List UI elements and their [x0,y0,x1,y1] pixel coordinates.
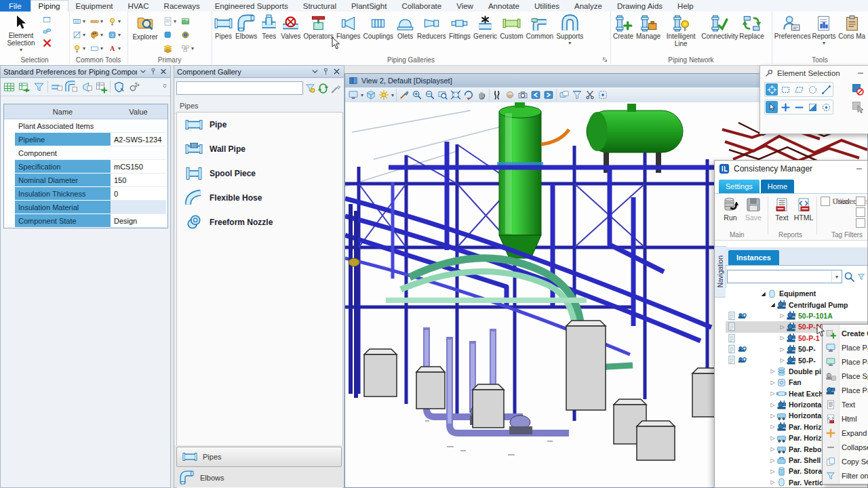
ribbon-tab[interactable]: Engineered Supports [208,0,296,12]
ribbon-tab[interactable]: Piping [31,0,68,12]
tree-expand-arrow[interactable] [769,413,776,419]
cm-checkbox-extra[interactable] [856,207,865,217]
subtract-selection-button[interactable] [793,101,805,113]
window-area-icon[interactable] [437,89,448,100]
tree-expand-arrow[interactable] [769,402,776,408]
zoom-out-icon[interactable] [425,89,435,100]
clip-volume-icon[interactable] [572,89,583,100]
chevron-down-icon[interactable] [311,67,319,76]
levels-icon[interactable] [163,30,173,40]
tree-expand-arrow[interactable] [769,446,776,452]
ribbon-tab[interactable]: HVAC [120,0,156,12]
ribbon-tab[interactable]: Analyze [567,0,610,12]
walk-icon[interactable] [492,89,502,100]
component-gallery-item[interactable]: Wall Pipe [177,137,342,161]
gallery-button[interactable]: Supports ▾ [555,14,585,47]
context-menu-item[interactable]: Place Spec [823,369,868,383]
group-collapse-arrow[interactable] [4,174,15,187]
cm-checkbox-extra[interactable] [856,218,865,228]
pref-row[interactable]: Nominal Diameter 150 [4,174,167,187]
ribbon-tab[interactable]: File [0,0,31,12]
minimize-icon[interactable] [855,165,863,173]
element-selection-title-bar[interactable]: Element Selection [760,66,868,81]
camera-icon[interactable] [517,89,528,100]
pref-value-cell[interactable]: Design [111,214,166,228]
tree-expand-arrow[interactable] [778,335,786,341]
fit-view-icon[interactable] [450,89,461,100]
instance-search-input[interactable] [728,272,831,281]
gutter-pump-pin-icon[interactable] [738,355,747,365]
apply-prefs-icon[interactable] [18,81,31,94]
pref-value-cell[interactable] [111,201,166,214]
element-selection-button[interactable]: Element Selection▾ [0,12,42,53]
tree-expand-arrow[interactable] [769,458,776,464]
tree-gutter[interactable] [727,310,757,321]
tab-instances[interactable]: Instances [728,250,779,265]
gallery-accordion-bar[interactable]: Elbows [174,468,344,487]
pref-row[interactable]: Component [4,146,167,160]
toolbar-overflow-icon[interactable] [161,82,168,92]
group-collapse-arrow[interactable] [4,214,15,228]
group-collapse-arrow[interactable] [4,146,15,160]
tree-expand-arrow[interactable] [769,435,776,441]
tree-gutter[interactable] [727,432,757,443]
gallery-button[interactable]: Tees [258,14,279,41]
tree-gutter[interactable] [727,354,757,365]
gutter-pump-pin-icon[interactable] [738,311,747,321]
gallery-button[interactable]: Fittings [448,14,472,41]
new-selection-button[interactable] [766,101,778,113]
tree-gutter[interactable] [727,422,757,432]
cm-checkbox-extra[interactable] [856,197,865,206]
tree-gutter[interactable] [727,299,757,310]
ribbon-tab[interactable]: Drawing Aids [610,0,670,12]
ribbon-tab[interactable]: Structural [296,0,344,12]
gallery-button[interactable]: Generic [472,14,498,41]
gutter-pump-pin-icon[interactable] [738,344,747,354]
tree-expand-arrow[interactable] [769,479,776,485]
cm-tab[interactable]: Home [761,180,794,193]
group-collapse-arrow[interactable] [4,187,15,201]
tree-expand-arrow[interactable] [769,424,776,430]
minimize-icon[interactable] [856,69,865,77]
pref-row[interactable]: Insulation Material [4,201,167,214]
displayset-icon[interactable] [597,89,608,100]
component-gallery-item[interactable]: Freeform Nozzle [177,210,342,235]
tree-gutter[interactable] [727,410,757,421]
pref-row[interactable]: Pipeline A2-SWS-1234 [4,133,167,146]
component-gallery-item[interactable]: Pipe [177,113,342,137]
context-menu-item[interactable]: Html [823,411,868,426]
tree-expand-arrow[interactable] [769,302,776,308]
pref-row[interactable]: Component State Design [4,214,167,228]
ribbon-tab[interactable]: Collaborate [394,0,449,12]
select-shape-mode-button[interactable] [793,83,805,96]
context-menu-item[interactable]: Copy Sele [823,454,868,468]
gallery-button[interactable]: Intelligent Line [662,14,700,48]
gallery-button[interactable]: Manage [635,14,662,41]
place-element-icon[interactable] [72,30,82,40]
pref-value-cell[interactable]: A2-SWS-1234 [111,133,166,146]
ribbon-tab[interactable]: Raceways [157,0,208,12]
group-collapse-arrow[interactable] [4,201,15,214]
group-collapse-arrow[interactable] [4,133,15,146]
elbow-pref-icon[interactable] [65,81,78,94]
tree-expand-arrow[interactable] [778,312,786,319]
gallery-accordion-bar[interactable]: Pipes [176,447,342,467]
text-report-button[interactable]: Text [772,197,792,222]
spotlight-icon[interactable] [72,43,82,54]
ribbon-tab[interactable]: PlantSight [344,0,394,12]
tree-expand-arrow[interactable] [778,357,786,363]
table-view-icon[interactable] [3,81,16,94]
tree-gutter[interactable] [727,477,757,487]
update-view-icon[interactable] [399,89,410,100]
gallery-button[interactable]: Reports ▾ [811,14,837,47]
cell-icon[interactable]: J [107,30,117,40]
gallery-button[interactable]: Common [525,14,555,41]
models-icon[interactable] [180,16,191,26]
lighting-icon[interactable] [378,89,389,100]
pan-view-icon[interactable] [476,89,487,100]
settings-icon[interactable] [127,81,140,94]
view-cube-icon[interactable] [366,89,376,100]
close-icon[interactable] [332,67,341,76]
selection-group-icon[interactable] [42,26,52,37]
context-menu-item[interactable]: Collapse [823,440,868,454]
